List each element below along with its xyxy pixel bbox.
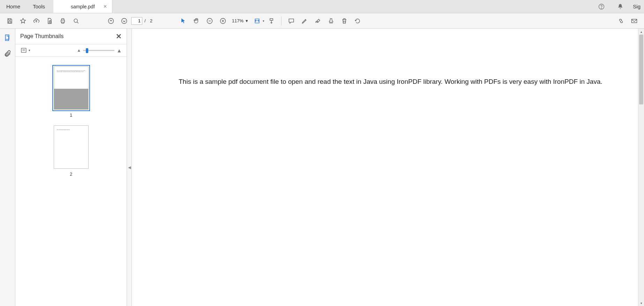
vertical-scrollbar[interactable]: ▴ ▾ — [638, 29, 644, 306]
page-total: 2 — [150, 18, 152, 23]
scroll-up-icon[interactable]: ▴ — [638, 29, 644, 35]
document-text: This is a sample pdf document file to op… — [179, 77, 624, 87]
cloud-upload-icon[interactable] — [30, 15, 43, 27]
thumbnail-options-button[interactable]: ▾ — [20, 47, 30, 53]
svg-point-1 — [601, 8, 602, 8]
scroll-down-icon[interactable]: ▾ — [638, 300, 644, 306]
chevron-down-icon: ▾ — [246, 18, 248, 23]
page-separator: / — [144, 18, 146, 23]
collapse-panel-handle[interactable]: ◀ — [127, 29, 132, 306]
email-icon[interactable] — [628, 15, 641, 27]
tab-document[interactable]: sample.pdf ✕ — [53, 0, 112, 13]
tab-tools[interactable]: Tools — [27, 0, 51, 13]
star-icon[interactable] — [17, 15, 29, 27]
sign-icon[interactable] — [312, 15, 324, 27]
thumbnail-page-1[interactable]: This is a sample pdf document file to op… — [54, 66, 89, 110]
fit-width-icon[interactable] — [251, 15, 263, 27]
svg-point-6 — [108, 18, 114, 23]
find-icon[interactable] — [70, 15, 82, 27]
svg-point-5 — [74, 19, 77, 22]
thumbnail-item[interactable]: This is a sample pdf document file to op… — [54, 66, 89, 118]
document-viewport[interactable]: This is a sample pdf document file to op… — [132, 29, 638, 306]
svg-rect-12 — [632, 19, 637, 23]
thumbnail-size-slider[interactable] — [83, 50, 114, 51]
tab-document-label: sample.pdf — [71, 4, 95, 9]
help-icon[interactable] — [595, 0, 608, 13]
tab-home[interactable]: Home — [0, 0, 27, 13]
svg-point-7 — [122, 18, 127, 23]
hand-tool-icon[interactable] — [190, 15, 203, 27]
stamp-icon[interactable] — [325, 15, 337, 27]
link-icon[interactable] — [615, 15, 627, 27]
thumb-size-small-icon[interactable]: ▲ — [77, 48, 81, 53]
thumbnail-label: 2 — [70, 172, 72, 177]
thumbnail-label: 1 — [70, 112, 72, 118]
svg-rect-14 — [21, 48, 26, 52]
page-number-input[interactable] — [131, 17, 142, 25]
close-tab-icon[interactable]: ✕ — [103, 4, 107, 9]
attachments-rail-icon[interactable] — [3, 49, 13, 59]
comment-icon[interactable] — [285, 15, 298, 27]
fit-width-dropdown[interactable]: ▾ — [263, 19, 264, 23]
navigation-rail — [0, 29, 15, 306]
page-up-icon[interactable] — [105, 15, 117, 27]
scrollbar-thumb[interactable] — [639, 35, 643, 104]
zoom-out-icon[interactable] — [203, 15, 216, 27]
save-icon[interactable] — [3, 15, 16, 27]
thumbnails-panel: Page Thumbnails ✕ ▾ ▲ ▲ This is a sample… — [15, 29, 127, 306]
svg-rect-4 — [61, 20, 65, 22]
page-down-icon[interactable] — [118, 15, 130, 27]
sign-in-link[interactable]: Sig — [633, 3, 641, 9]
scroll-mode-icon[interactable] — [265, 15, 278, 27]
svg-rect-11 — [270, 19, 273, 20]
tab-bar: Home Tools sample.pdf ✕ Sig — [0, 0, 644, 13]
close-panel-icon[interactable]: ✕ — [116, 32, 122, 41]
svg-rect-3 — [49, 21, 51, 22]
delete-icon[interactable] — [338, 15, 351, 27]
thumbnails-title: Page Thumbnails — [20, 33, 63, 39]
thumbnails-rail-icon[interactable] — [3, 33, 13, 43]
svg-rect-2 — [9, 21, 11, 23]
zoom-value: 117% — [232, 18, 244, 23]
bell-icon[interactable] — [614, 0, 627, 13]
thumbnail-item[interactable]: This is the second page of the pdf. 2 — [54, 125, 89, 177]
select-tool-icon[interactable] — [177, 15, 189, 27]
print-icon[interactable] — [57, 15, 69, 27]
toolbar: / 2 117% ▾ ▾ — [0, 13, 644, 29]
rotate-icon[interactable] — [351, 15, 364, 27]
thumbnail-page-2[interactable]: This is the second page of the pdf. — [54, 125, 89, 169]
thumb-size-large-icon[interactable]: ▲ — [117, 48, 122, 53]
thumbnail-list: This is a sample pdf document file to op… — [15, 57, 127, 306]
lock-file-icon[interactable] — [43, 15, 56, 27]
zoom-in-icon[interactable] — [217, 15, 229, 27]
highlight-icon[interactable] — [298, 15, 311, 27]
zoom-select[interactable]: 117% ▾ — [230, 18, 250, 23]
